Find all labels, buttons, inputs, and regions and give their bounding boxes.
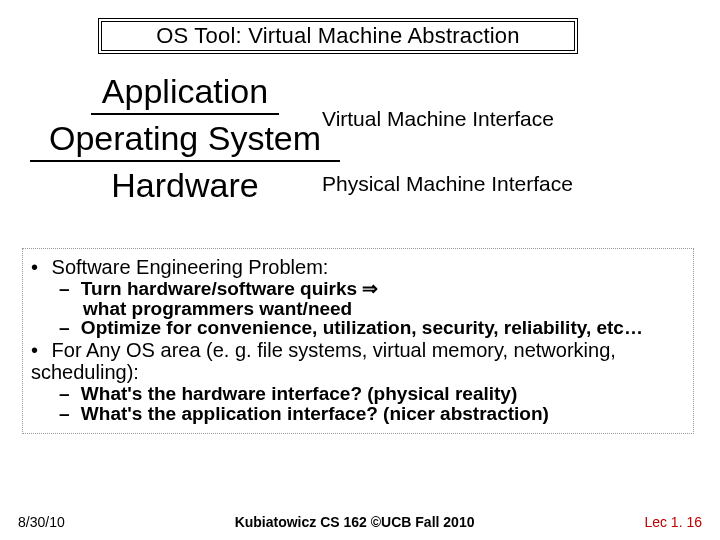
slide-title-text: OS Tool: Virtual Machine Abstraction xyxy=(156,23,519,48)
slide-title: OS Tool: Virtual Machine Abstraction xyxy=(98,18,578,54)
footer-date: 8/30/10 xyxy=(18,514,65,530)
subbullet-turn-quirks-cont: what programmers want/need xyxy=(83,299,685,319)
subbullet-optimize: Optimize for convenience, utilization, s… xyxy=(59,318,685,338)
subbullet-turn-quirks: Turn hardware/software quirks ⇒ xyxy=(59,279,685,299)
footer-page: Lec 1. 16 xyxy=(644,514,702,530)
layer-stack: Application Operating System Hardware xyxy=(66,68,304,207)
interface-labels: Virtual Machine Interface Physical Machi… xyxy=(322,106,702,196)
bullet-se-problem: Software Engineering Problem: xyxy=(31,257,685,279)
slide-footer: 8/30/10 Kubiatowicz CS 162 ©UCB Fall 201… xyxy=(0,514,720,530)
footer-course: Kubiatowicz CS 162 ©UCB Fall 2010 xyxy=(65,514,645,530)
bullet-os-area: For Any OS area (e. g. file systems, vir… xyxy=(31,340,685,383)
layer-hardware: Hardware xyxy=(66,162,304,207)
subbullet-hw-interface: What's the hardware interface? (physical… xyxy=(59,384,685,404)
double-arrow-icon: ⇒ xyxy=(362,278,378,299)
content-area: Software Engineering Problem: Turn hardw… xyxy=(22,248,694,434)
label-vmi: Virtual Machine Interface xyxy=(322,106,702,131)
label-pmi: Physical Machine Interface xyxy=(322,171,702,196)
layer-application: Application xyxy=(91,68,279,115)
layer-os: Operating System xyxy=(30,115,340,160)
subbullet-app-interface: What's the application interface? (nicer… xyxy=(59,404,685,424)
